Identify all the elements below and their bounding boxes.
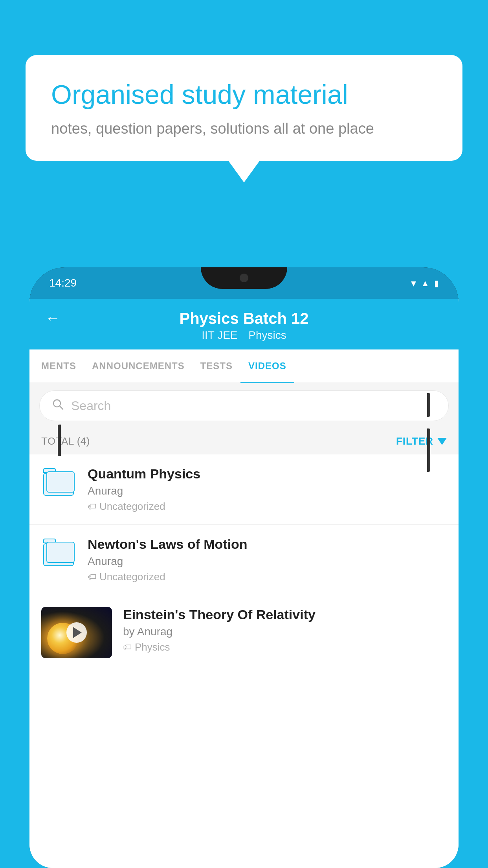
status-time: 14:29: [49, 277, 77, 289]
tag-icon: 🏷: [88, 572, 96, 582]
content-list: Quantum Physics Anurag 🏷 Uncategorized: [29, 454, 459, 868]
tag-label: Physics: [135, 641, 170, 653]
item-author: by Anurag: [123, 625, 447, 638]
filter-icon: [437, 438, 447, 445]
tab-announcements[interactable]: ANNOUNCEMENTS: [84, 349, 193, 383]
app-title: Physics Batch 12: [179, 310, 308, 327]
subtitle-tag1: IIT JEE: [202, 329, 237, 341]
folder-icon: [43, 539, 75, 566]
tag-icon: 🏷: [88, 502, 96, 512]
subtitle-tag2: Physics: [248, 329, 286, 341]
search-bar-container: Search: [29, 383, 459, 428]
video-content: Einstein's Theory Of Relativity by Anura…: [123, 607, 447, 653]
battery-icon: [434, 278, 439, 289]
app-screen: ← Physics Batch 12 IIT JEE Physics MENTS…: [29, 299, 459, 868]
total-label: TOTAL (4): [41, 435, 90, 447]
tag-icon: 🏷: [123, 642, 132, 653]
status-bar: 14:29: [29, 267, 459, 299]
item-tag: 🏷 Uncategorized: [88, 500, 447, 513]
list-item[interactable]: Newton's Laws of Motion Anurag 🏷 Uncateg…: [29, 525, 459, 595]
wifi-icon: [411, 277, 416, 289]
list-item[interactable]: Quantum Physics Anurag 🏷 Uncategorized: [29, 454, 459, 525]
speech-bubble: Organised study material notes, question…: [26, 55, 462, 161]
power-button: [427, 393, 430, 417]
item-author: Anurag: [88, 485, 447, 497]
item-title: Quantum Physics: [88, 466, 447, 482]
list-item-video[interactable]: Einstein's Theory Of Relativity by Anura…: [29, 595, 459, 670]
tab-videos[interactable]: VIDEOS: [240, 349, 294, 383]
item-tag: 🏷 Uncategorized: [88, 571, 447, 583]
item-tag: 🏷 Physics: [123, 641, 447, 653]
tab-ments[interactable]: MENTS: [33, 349, 84, 383]
search-placeholder: Search: [71, 399, 111, 413]
folder-icon: [43, 468, 75, 496]
app-header: ← Physics Batch 12 IIT JEE Physics: [29, 299, 459, 349]
folder-front: [46, 471, 75, 493]
folder-icon-container: [41, 539, 77, 566]
item-title: Newton's Laws of Motion: [88, 537, 447, 552]
play-button[interactable]: [66, 622, 87, 643]
signal-icon: [421, 278, 429, 289]
back-button[interactable]: ←: [45, 310, 60, 327]
tab-tests[interactable]: TESTS: [193, 349, 240, 383]
play-icon: [73, 627, 82, 638]
bubble-title: Organised study material: [51, 79, 437, 111]
video-thumbnail: [41, 607, 112, 658]
volume-down-button: [427, 428, 430, 472]
filter-button[interactable]: FILTER: [396, 435, 447, 447]
tag-label: Uncategorized: [99, 571, 165, 583]
tabs-bar: MENTS ANNOUNCEMENTS TESTS VIDEOS: [29, 349, 459, 383]
speech-bubble-container: Organised study material notes, question…: [26, 55, 462, 161]
search-bar[interactable]: Search: [39, 390, 449, 421]
filter-bar: TOTAL (4) FILTER: [29, 428, 459, 454]
status-icons: [411, 277, 439, 289]
phone-frame: 14:29 ← Physics Batch 12 IIT JEE Physics…: [29, 267, 459, 868]
folder-icon-container: [41, 468, 77, 496]
item-title: Einstein's Theory Of Relativity: [123, 607, 447, 622]
list-item-content: Newton's Laws of Motion Anurag 🏷 Uncateg…: [88, 537, 447, 583]
bubble-subtitle: notes, question papers, solutions all at…: [51, 120, 437, 137]
folder-front: [46, 542, 75, 563]
search-icon: [51, 398, 64, 414]
volume-button: [58, 425, 61, 456]
svg-line-1: [60, 406, 63, 409]
tag-label: Uncategorized: [99, 500, 165, 513]
item-author: Anurag: [88, 555, 447, 568]
app-subtitle: IIT JEE Physics: [202, 329, 286, 342]
camera: [240, 274, 248, 282]
list-item-content: Quantum Physics Anurag 🏷 Uncategorized: [88, 466, 447, 513]
